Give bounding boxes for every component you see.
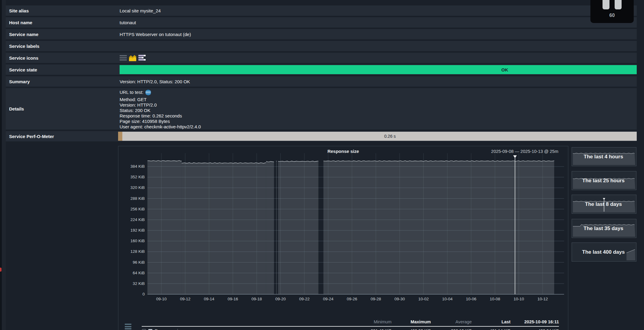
- details-line: User agent: checkmk-active-httpv2/2.4.0: [120, 124, 201, 130]
- legend-column-maximum: Maximum: [385, 319, 431, 324]
- x-axis-tick: 10-08: [484, 297, 506, 301]
- series-maximum-value: 400.93 KiB: [385, 328, 431, 330]
- row-label: Service icons: [9, 53, 38, 63]
- time-range-button-label: The last 8 days: [572, 195, 635, 213]
- row-label: Service Perf-O-Meter: [9, 131, 54, 141]
- row-label: Site alias: [9, 5, 29, 16]
- row-value: Local site mysite_24: [120, 5, 161, 16]
- state-bar-ok: OK: [120, 65, 637, 74]
- table-row-service-icons: Service icons: [6, 53, 637, 63]
- table-row-service-name: Service name HTTPS Webserver on tutonaut…: [6, 29, 637, 39]
- x-axis-tick: 09-30: [389, 297, 410, 301]
- row-label: Service name: [9, 29, 38, 39]
- perfometer-bar: 0.26 s: [118, 132, 637, 141]
- graph-panel: Response size 2025-09-08 — 2025-10-13 @ …: [118, 146, 568, 330]
- service-detail-page: Site alias Local site mysite_24 Host nam…: [0, 0, 644, 330]
- x-axis-tick: 09-16: [222, 297, 243, 301]
- y-axis-tick: 192 KiB: [118, 228, 145, 233]
- series-last-value: 401.14 KiB: [465, 328, 510, 330]
- response-size-chart[interactable]: [118, 146, 568, 330]
- time-range-button-the-last-400-days[interactable]: The last 400 days: [572, 243, 636, 262]
- left-edge-red-marker: [0, 268, 2, 272]
- y-axis-tick: 288 KiB: [118, 196, 145, 201]
- graph-time-range: 2025-09-08 — 2025-10-13 @ 25m: [491, 149, 558, 154]
- row-label: Service labels: [9, 41, 39, 51]
- details-line: Method: GET: [120, 97, 201, 102]
- x-axis-tick: 09-20: [270, 297, 291, 301]
- y-axis-tick: 128 KiB: [118, 249, 145, 254]
- details-line: Version: HTTP/2.0: [120, 102, 201, 108]
- legend-menu-icon[interactable]: [125, 324, 131, 329]
- row-value: Version: HTTP/2.0, Status: 200 OK: [120, 76, 190, 87]
- x-axis-tick: 09-26: [342, 297, 363, 301]
- x-axis-tick: 09-18: [246, 297, 267, 301]
- y-axis-tick: 160 KiB: [118, 239, 145, 243]
- perfometer-segment: [118, 132, 122, 141]
- x-axis-tick: 10-02: [413, 297, 434, 301]
- graph-icon[interactable]: [129, 54, 137, 61]
- legend-divider: [142, 326, 559, 327]
- row-label: Service state: [9, 64, 37, 75]
- time-range-button-label: The last 4 hours: [572, 147, 635, 166]
- reload-pause-control[interactable]: 60: [590, 0, 634, 23]
- state-badge: OK: [501, 65, 508, 74]
- x-axis-tick: 10-04: [437, 297, 458, 301]
- table-row-service-labels: Service labels: [6, 41, 637, 51]
- time-range-button-label: The last 25 hours: [572, 171, 635, 190]
- table-row-perfometer: Service Perf-O-Meter 0.26 s: [6, 131, 637, 141]
- y-axis-tick: 256 KiB: [118, 207, 145, 211]
- details-line: Status: 200 OK: [120, 108, 201, 113]
- y-axis-tick: 352 KiB: [118, 175, 145, 179]
- series-pin-value: 400.94 KiB: [514, 328, 559, 330]
- legend-series-row: Response size 391.46 KiB 400.93 KiB 396.…: [142, 328, 558, 330]
- globe-www-icon[interactable]: WWW: [145, 90, 151, 95]
- row-value: HTTPS Webserver on tutonaut (de): [120, 29, 191, 39]
- table-row-site-alias: Site alias Local site mysite_24: [6, 5, 637, 16]
- menu-icon[interactable]: [120, 55, 127, 61]
- y-axis-tick: 384 KiB: [118, 164, 145, 169]
- x-axis-tick: 09-28: [365, 297, 386, 301]
- x-axis-tick: 09-14: [198, 297, 220, 301]
- x-axis-tick: 10-12: [532, 297, 553, 301]
- details-url-line: URL to test:WWW: [120, 90, 201, 95]
- x-axis-tick: 09-10: [151, 297, 172, 301]
- table-row-service-state: Service state OK: [6, 64, 637, 75]
- y-axis-tick: 64 KiB: [118, 271, 145, 275]
- time-range-button-label: The last 400 days: [572, 243, 635, 261]
- x-axis-tick: 09-22: [294, 297, 315, 301]
- time-range-button-the-last-35-days[interactable]: The last 35 days: [572, 219, 636, 238]
- perfometer-value: 0.26 s: [384, 132, 396, 141]
- row-value: tutonaut: [120, 17, 136, 28]
- time-range-button-the-last-25-hours[interactable]: The last 25 hours: [572, 171, 636, 190]
- y-axis-tick: 320 KiB: [118, 185, 145, 190]
- time-range-button-the-last-4-hours[interactable]: The last 4 hours: [572, 147, 636, 166]
- left-sidebar-strip: [2, 0, 6, 330]
- series-minimum-value: 391.46 KiB: [346, 328, 391, 330]
- table-row-summary: Summary Version: HTTP/2.0, Status: 200 O…: [6, 76, 637, 87]
- pause-icon: [590, 0, 634, 9]
- x-axis-tick: 09-24: [318, 297, 339, 301]
- details-line: Page size: 410958 Bytes: [120, 119, 201, 124]
- row-label: Summary: [9, 76, 30, 87]
- y-axis-tick: 96 KiB: [118, 260, 145, 265]
- table-row-host-name: Host name tutonaut: [6, 17, 637, 28]
- legend-column-last: Last: [465, 319, 510, 324]
- filter-icon[interactable]: [138, 55, 146, 61]
- time-range-button-label: The last 35 days: [572, 219, 635, 238]
- legend-column-2025-10-09-16-11: 2025-10-09 16:11: [514, 319, 559, 324]
- y-axis-tick: 32 KiB: [118, 281, 145, 286]
- x-axis-tick: 10-06: [461, 297, 482, 301]
- row-label: Details: [9, 88, 24, 130]
- reload-countdown: 60: [590, 13, 634, 18]
- y-axis-tick: 224 KiB: [118, 217, 145, 222]
- x-axis-tick: 10-10: [508, 297, 530, 301]
- details-line: Response time: 0.262 seconds: [120, 113, 201, 119]
- time-range-button-the-last-8-days[interactable]: The last 8 days: [572, 195, 636, 214]
- row-label: Host name: [9, 17, 32, 28]
- x-axis-tick: 09-12: [175, 297, 196, 301]
- legend-column-minimum: Minimum: [346, 319, 391, 324]
- y-axis-tick: 0: [118, 292, 145, 296]
- series-name: Response size: [155, 328, 183, 330]
- table-row-details: Details URL to test:WWW Method: GET Vers…: [6, 88, 637, 130]
